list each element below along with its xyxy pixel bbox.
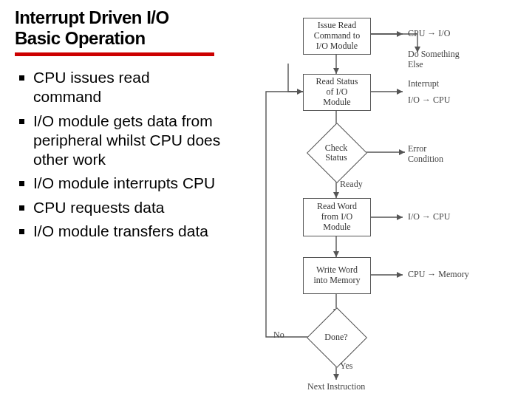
bullet-icon [19, 75, 24, 81]
annotation-io-to-cpu-word: I/O → CPU [408, 211, 450, 222]
diamond-label: Check Status [319, 143, 353, 163]
label-next-instruction: Next Instruction [307, 381, 365, 392]
box-text: Write Word into Memory [304, 265, 370, 286]
annotation-cpu-to-memory: CPU → Memory [408, 269, 469, 279]
list-item: CPU issues read command [15, 68, 222, 107]
box-text: Read Status of I/O Module [304, 77, 370, 107]
list-item: CPU requests data [15, 198, 222, 217]
diamond-label: Done? [321, 332, 351, 342]
box-read-status: Read Status of I/O Module [303, 74, 371, 111]
box-issue-read: Issue Read Command to I/O Module [303, 18, 371, 55]
title-line-2: Basic Operation [15, 28, 146, 48]
bullet-text: CPU issues read command [33, 68, 222, 107]
slide-title: Interrupt Driven I/O Basic Operation [15, 7, 214, 56]
list-item: I/O module transfers data [15, 222, 222, 241]
box-text: Read Word from I/O Module [304, 202, 370, 232]
box-text: Issue Read Command to I/O Module [304, 21, 370, 51]
box-write-word: Write Word into Memory [303, 257, 371, 294]
bullet-text: I/O module transfers data [33, 222, 208, 241]
annotation-io-to-cpu-status: I/O → CPU [408, 95, 450, 105]
flowchart-diagram: Issue Read Command to I/O Module Read St… [236, 4, 517, 396]
bullet-text: I/O module gets data from peripheral whi… [33, 112, 222, 170]
bullet-list: CPU issues read command I/O module gets … [15, 68, 222, 241]
list-item: I/O module interrupts CPU [15, 174, 222, 193]
bullet-icon [19, 119, 24, 124]
annotation-interrupt: Interrupt [408, 78, 439, 89]
box-read-word: Read Word from I/O Module [303, 198, 371, 236]
annotation-cpu-to-io: CPU → I/O [408, 28, 450, 38]
bullet-icon [19, 229, 24, 234]
bullet-text: CPU requests data [33, 198, 164, 217]
list-item: I/O module gets data from peripheral whi… [15, 112, 222, 170]
edge-label-ready: Ready [340, 179, 363, 189]
slide: Interrupt Driven I/O Basic Operation CPU… [0, 0, 532, 399]
title-line-1: Interrupt Driven I/O [15, 7, 169, 27]
edge-label-no: No [273, 330, 284, 340]
bullet-icon [19, 205, 24, 211]
annotation-do-something: Do Something Else [408, 49, 460, 70]
bullet-text: I/O module interrupts CPU [33, 174, 215, 193]
annotation-error-condition: Error Condition [408, 143, 443, 165]
bullet-icon [19, 181, 24, 186]
edge-label-yes: Yes [340, 361, 352, 371]
